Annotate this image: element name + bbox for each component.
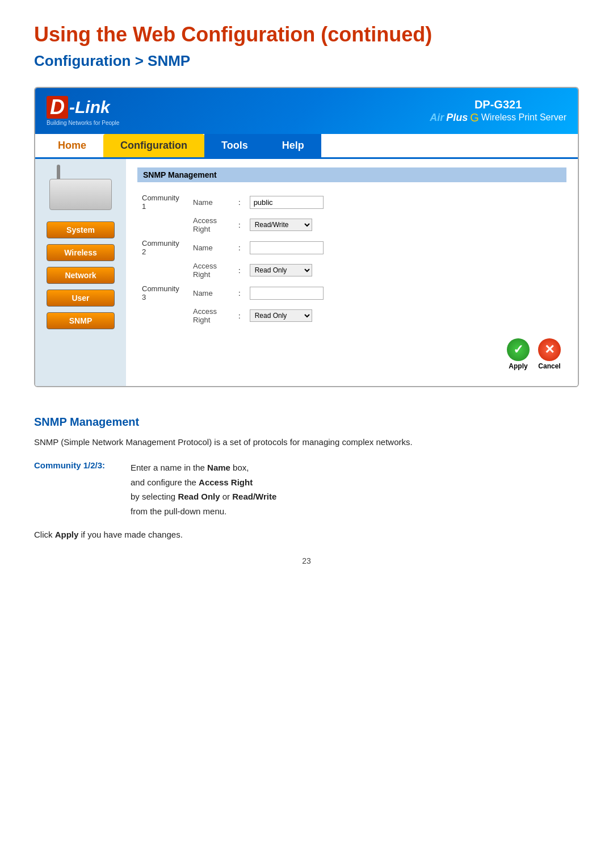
nav-help[interactable]: Help (265, 134, 321, 157)
community2-name-colon: : (234, 236, 245, 259)
community2-name-cell (245, 236, 566, 259)
desc-definition: Community 1/2/3: Enter a name in the Nam… (34, 460, 579, 518)
cancel-button[interactable]: ✕ Cancel (538, 338, 561, 370)
community1-name-cell (245, 191, 566, 213)
content-panel: SNMP Management Community 1 Name : Acces… (126, 159, 578, 386)
desc-text: SNMP (Simple Network Management Protocol… (34, 435, 579, 449)
router-header-right: DP-G321 AirPlusG Wireless Print Server (430, 98, 566, 124)
cancel-icon: ✕ (538, 338, 561, 361)
community1-access-cell: Read/Write Read Only (245, 213, 566, 236)
router-image (47, 165, 115, 210)
product-name: AirPlusG Wireless Print Server (430, 111, 566, 124)
sidebar-snmp-button[interactable]: SNMP (47, 312, 115, 329)
community1-access-colon: : (234, 213, 245, 236)
cancel-label: Cancel (538, 362, 560, 370)
community1-access-row: Access Right : Read/Write Read Only (137, 213, 566, 236)
dlink-link: -Link (69, 98, 110, 117)
community1-name-row: Community 1 Name : (137, 191, 566, 213)
community3-label-empty (137, 304, 188, 327)
router-header: D -Link Building Networks for People DP-… (35, 88, 578, 134)
name-bold: Name (207, 463, 230, 472)
dlink-tagline: Building Networks for People (47, 120, 119, 126)
community3-access-select[interactable]: Read/Write Read Only (250, 309, 312, 322)
sidebar-system-button[interactable]: System (47, 221, 115, 238)
community2-name-row: Community 2 Name : (137, 236, 566, 259)
community3-access-cell: Read/Write Read Only (245, 304, 566, 327)
router-ui-frame: D -Link Building Networks for People DP-… (34, 87, 579, 387)
community2-label: Community 2 (137, 236, 188, 259)
read-only-bold: Read Only (178, 492, 220, 501)
description-section: SNMP Management SNMP (Simple Network Man… (34, 416, 579, 539)
community1-access-select[interactable]: Read/Write Read Only (250, 219, 312, 231)
action-row: ✓ Apply ✕ Cancel (137, 327, 566, 376)
page-title: Using the Web Configuration (continued) (34, 23, 579, 47)
read-write-bold: Read/Write (232, 492, 276, 501)
community1-access-label: Access Right (188, 213, 234, 236)
community2-name-label: Name (188, 236, 234, 259)
apply-icon: ✓ (507, 338, 530, 361)
main-content: System Wireless Network User SNMP SNMP M… (35, 159, 578, 386)
community3-access-row: Access Right : Read/Write Read Only (137, 304, 566, 327)
dlink-d: D (47, 96, 68, 119)
community1-name-label: Name (188, 191, 234, 213)
nav-home[interactable]: Home (41, 134, 103, 157)
model-name: DP-G321 (430, 98, 566, 111)
sidebar-user-button[interactable]: User (47, 290, 115, 307)
click-note: Click Apply if you have made changes. (34, 530, 579, 539)
community-desc: Enter a name in the Name box, and config… (131, 460, 276, 518)
community3-name-input[interactable] (250, 287, 324, 300)
community2-access-colon: : (234, 259, 245, 282)
community3-name-cell (245, 282, 566, 304)
snmp-section-header: SNMP Management (137, 167, 566, 182)
apply-label: Apply (509, 362, 527, 370)
sidebar-wireless-button[interactable]: Wireless (47, 244, 115, 261)
nav-configuration[interactable]: Configuration (103, 134, 204, 157)
product-plus: Plus (446, 112, 468, 124)
community3-label: Community 3 (137, 282, 188, 304)
access-right-bold: Access Right (199, 477, 253, 487)
community2-access-label: Access Right (188, 259, 234, 282)
community1-label-empty (137, 213, 188, 236)
community-term: Community 1/2/3: (34, 460, 114, 518)
product-desc: Wireless Print Server (481, 112, 566, 123)
community2-access-select[interactable]: Read/Write Read Only (250, 264, 312, 276)
sidebar: System Wireless Network User SNMP (35, 159, 126, 386)
sidebar-network-button[interactable]: Network (47, 267, 115, 284)
community2-access-cell: Read/Write Read Only (245, 259, 566, 282)
router-body (49, 179, 112, 210)
nav-tools[interactable]: Tools (204, 134, 265, 157)
community3-access-label: Access Right (188, 304, 234, 327)
community2-label-empty (137, 259, 188, 282)
community1-name-colon: : (234, 191, 245, 213)
community3-name-row: Community 3 Name : (137, 282, 566, 304)
section-subtitle: Configuration > SNMP (34, 52, 579, 70)
nav-bar: Home Configuration Tools Help (35, 134, 578, 159)
dlink-logo: D -Link Building Networks for People (47, 96, 119, 126)
product-g: G (470, 111, 479, 124)
community3-access-colon: : (234, 304, 245, 327)
snmp-form-table: Community 1 Name : Access Right : Read/W… (137, 191, 566, 327)
page-number: 23 (34, 556, 579, 565)
desc-heading: SNMP Management (34, 416, 579, 429)
apply-button[interactable]: ✓ Apply (507, 338, 530, 370)
community1-label: Community 1 (137, 191, 188, 213)
community3-name-colon: : (234, 282, 245, 304)
apply-note-bold: Apply (55, 530, 79, 539)
community2-access-row: Access Right : Read/Write Read Only (137, 259, 566, 282)
product-air: Air (430, 112, 444, 124)
community3-name-label: Name (188, 282, 234, 304)
community2-name-input[interactable] (250, 241, 324, 254)
community1-name-input[interactable] (250, 196, 324, 209)
